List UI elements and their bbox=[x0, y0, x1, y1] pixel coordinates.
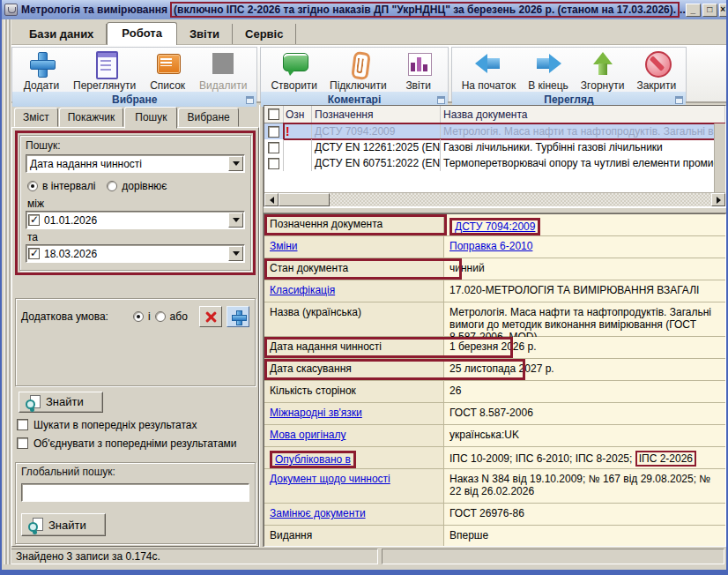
horizontal-splitter[interactable] bbox=[264, 207, 726, 213]
search-doc-icon bbox=[28, 518, 42, 532]
chevron-down-icon[interactable] bbox=[228, 246, 243, 261]
date-from-value: 01.01.2026 bbox=[40, 214, 227, 227]
app-icon bbox=[4, 4, 18, 16]
tab-favorites[interactable]: Вибране bbox=[178, 108, 238, 127]
date-from-checkbox[interactable] bbox=[28, 214, 40, 226]
comment-icon bbox=[279, 49, 310, 78]
search-field-value: Дата надання чинності bbox=[26, 158, 227, 170]
search-in-previous-checkbox[interactable] bbox=[17, 419, 28, 430]
detail-row: Мова оригіналу українська:UK bbox=[264, 425, 725, 447]
ribbon-toolbar: Додати Переглянути Список Видалити bbox=[10, 45, 726, 103]
menu-tab-work[interactable]: Робота bbox=[107, 22, 177, 45]
column-header-name[interactable]: Назва документа bbox=[441, 106, 725, 123]
reports-button[interactable]: Звіти bbox=[393, 49, 444, 92]
detail-row: Опубліковано в ІПС 10-2009; ІПС 6-2010; … bbox=[264, 447, 725, 469]
radio-equals-label: дорівнює bbox=[122, 180, 167, 192]
bar-chart-icon bbox=[403, 49, 435, 78]
arrow-left-icon bbox=[472, 49, 504, 78]
extra-condition-label: Додаткова умова: bbox=[21, 310, 108, 323]
column-header-designation[interactable]: Позначення bbox=[312, 106, 441, 123]
radio-interval[interactable] bbox=[27, 181, 38, 191]
radio-and[interactable] bbox=[133, 311, 144, 322]
close-button[interactable]: × bbox=[719, 4, 726, 17]
status-bar: Знайдено 3 записи за 0.174с. bbox=[10, 547, 726, 566]
classification-link[interactable]: Класифікація bbox=[270, 284, 335, 296]
scrollbar-thumb[interactable] bbox=[279, 193, 330, 206]
doc-row[interactable]: ! ДСТУ 7094:2009 Метрологія. Маса нафти … bbox=[264, 123, 725, 139]
menu-tab-service[interactable]: Сервіс bbox=[233, 24, 296, 44]
column-header-mark[interactable]: Озн bbox=[284, 106, 312, 123]
arrow-right-icon bbox=[532, 49, 564, 78]
global-search-input[interactable] bbox=[21, 483, 249, 502]
arrow-up-icon bbox=[587, 49, 619, 78]
horizontal-scrollbar[interactable] bbox=[264, 192, 725, 206]
tab-search[interactable]: Пошук bbox=[124, 107, 177, 129]
original-language-link[interactable]: Мова оригіналу bbox=[270, 429, 345, 441]
doc-row[interactable]: ДСТУ EN 60751:2022 (EN Термоперетворювач… bbox=[264, 155, 725, 171]
stop-icon bbox=[641, 49, 672, 78]
search-in-previous-label: Шукати в попередніх результатах bbox=[33, 419, 197, 431]
go-first-button[interactable]: На початок bbox=[456, 49, 523, 92]
changes-link[interactable]: Зміни bbox=[270, 240, 298, 252]
scroll-left-icon[interactable] bbox=[264, 193, 279, 206]
published-in-link[interactable]: Опубліковано в bbox=[270, 451, 356, 468]
group-expand-icon[interactable] bbox=[675, 96, 683, 104]
detail-row: Міжнародні зв'язки ГОСТ 8.587-2006 bbox=[264, 403, 725, 425]
radio-equals[interactable] bbox=[107, 181, 117, 191]
amendment-link[interactable]: Поправка 6-2010 bbox=[449, 240, 532, 252]
list-button[interactable]: Список bbox=[142, 49, 193, 92]
group-expand-icon[interactable] bbox=[437, 96, 445, 104]
tab-contents[interactable]: Зміст bbox=[14, 108, 58, 127]
replaces-documents-link[interactable]: Замінює документи bbox=[270, 507, 366, 519]
search-annotation-box: Пошук: Дата надання чинності в інтервалі… bbox=[15, 131, 256, 275]
search-field-combobox[interactable]: Дата надання чинності bbox=[26, 154, 245, 173]
maximize-button[interactable]: □ bbox=[702, 4, 717, 17]
remove-condition-button[interactable] bbox=[199, 306, 222, 327]
go-last-button[interactable]: В кінець bbox=[522, 49, 575, 92]
detail-row: Видання Вперше bbox=[264, 526, 725, 547]
radio-or[interactable] bbox=[155, 311, 166, 322]
close-view-button[interactable]: Закрити bbox=[630, 49, 682, 92]
menu-tab-reports[interactable]: Звіти bbox=[177, 24, 233, 44]
add-plus-icon bbox=[26, 49, 57, 78]
date-to-combobox[interactable]: 18.03.2026 bbox=[26, 244, 245, 263]
global-find-button[interactable]: Знайти bbox=[21, 513, 106, 536]
create-comment-button[interactable]: Створити bbox=[264, 49, 323, 92]
tab-index[interactable]: Покажчик bbox=[59, 108, 124, 127]
sidebar: Зміст Покажчик Пошук Вибране Пошук: Дата… bbox=[11, 105, 259, 547]
vertical-scrollbar[interactable] bbox=[714, 123, 725, 192]
title-bar: Метрологія та вимірювання (включно ІПС 2… bbox=[2, 0, 726, 19]
view-notepad-icon bbox=[89, 49, 121, 78]
global-search-caption: Глобальний пошук: bbox=[21, 466, 249, 478]
minimize-button[interactable]: _ bbox=[686, 4, 701, 17]
chevron-down-icon[interactable] bbox=[228, 156, 243, 171]
view-button[interactable]: Переглянути bbox=[67, 49, 142, 92]
window-title-annotated: (включно ІПС 2-2026 та згідно наказів ДП… bbox=[170, 2, 680, 18]
collapse-button[interactable]: Згорнути bbox=[575, 49, 631, 92]
row-checkbox[interactable] bbox=[268, 142, 279, 153]
ribbon-group-caption-favorites: Вибране bbox=[12, 92, 256, 107]
chevron-down-icon[interactable] bbox=[228, 213, 243, 228]
date-to-checkbox[interactable] bbox=[28, 248, 40, 259]
merge-with-previous-checkbox[interactable] bbox=[17, 437, 28, 449]
window-edge-texture bbox=[4, 19, 11, 564]
exclamation-flag-icon: ! bbox=[286, 126, 290, 137]
scroll-right-icon[interactable] bbox=[711, 193, 725, 206]
detail-row: Кількість сторінок 26 bbox=[264, 381, 725, 403]
menu-tab-databases[interactable]: Бази даних bbox=[17, 24, 107, 44]
validity-document-link[interactable]: Документ щодо чинності bbox=[270, 473, 390, 485]
date-from-combobox[interactable]: 01.01.2026 bbox=[26, 211, 245, 229]
attach-button[interactable]: Підключити bbox=[323, 49, 393, 92]
add-condition-button[interactable] bbox=[227, 306, 249, 327]
doc-row[interactable]: ДСТУ EN 12261:2025 (EN Газові лічильники… bbox=[264, 139, 725, 155]
row-checkbox[interactable] bbox=[268, 126, 279, 138]
international-relations-link[interactable]: Міжнародні зв'язки bbox=[270, 407, 362, 419]
detail-row: Позначення документа ДСТУ 7094:2009 bbox=[264, 214, 725, 236]
select-all-checkbox[interactable] bbox=[268, 108, 279, 120]
find-button[interactable]: Знайти bbox=[19, 392, 103, 413]
menu-bar: Бази даних Робота Звіти Сервіс bbox=[10, 19, 726, 45]
row-checkbox[interactable] bbox=[268, 158, 279, 169]
designation-link[interactable]: ДСТУ 7094:2009 bbox=[449, 218, 540, 235]
add-button[interactable]: Додати bbox=[16, 49, 67, 92]
group-expand-icon[interactable] bbox=[246, 96, 254, 104]
